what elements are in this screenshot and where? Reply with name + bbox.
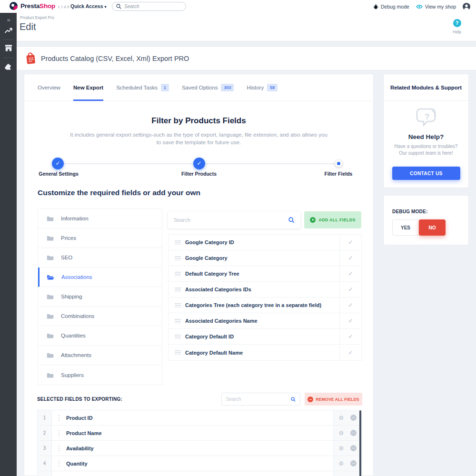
drag-handle-icon[interactable] [175, 303, 181, 307]
sidebar-item-modules[interactable] [0, 63, 17, 73]
table-row[interactable]: 3 Availability ⚙ − [38, 441, 362, 456]
category-shipping[interactable]: Shipping [38, 287, 162, 307]
field-row[interactable]: Category Default Name ✓ [169, 345, 361, 360]
tab-history[interactable]: History58 [247, 74, 278, 101]
table-row[interactable]: 2 Product Name ⚙ − [38, 426, 362, 441]
settings-cogs-icon[interactable]: ⚙ [339, 445, 344, 452]
global-search-input[interactable] [124, 4, 177, 9]
field-row[interactable]: Associated Categories Name ✓ [169, 313, 361, 329]
field-check-icon[interactable]: ✓ [339, 345, 361, 360]
drag-handle-icon[interactable] [175, 240, 181, 245]
drag-handle-icon[interactable] [52, 426, 66, 440]
settings-cogs-icon[interactable]: ⚙ [339, 415, 344, 421]
category-attachments[interactable]: Attachments [38, 346, 162, 365]
wizard-subtitle-line2: to save the template for future use. [24, 139, 373, 145]
drag-handle-icon[interactable] [175, 272, 181, 276]
field-check-icon[interactable]: ✓ [339, 329, 361, 344]
sidebar-divider [3, 40, 14, 40]
field-row[interactable]: Google Category ID ✓ [169, 235, 361, 250]
fields-search[interactable] [168, 211, 300, 228]
debug-yes-button[interactable]: YES [392, 219, 419, 236]
field-check-icon[interactable]: ✓ [339, 235, 361, 250]
brand-presta: Presta [20, 2, 40, 10]
row-field-name: Quantity [66, 456, 333, 471]
field-row[interactable]: Google Category ✓ [169, 250, 361, 266]
drag-handle-icon[interactable] [52, 410, 66, 425]
folder-icon [47, 235, 54, 241]
drag-handle-icon[interactable] [175, 256, 181, 260]
settings-cogs-icon[interactable]: ⚙ [339, 430, 344, 436]
global-search[interactable] [112, 2, 186, 11]
bug-icon [373, 4, 378, 10]
settings-cogs-icon[interactable]: ⚙ [339, 460, 344, 467]
profile-avatar[interactable] [463, 3, 470, 10]
quick-access-menu[interactable]: Quick Access ▾ [70, 3, 106, 9]
category-seo[interactable]: SEO [38, 248, 162, 268]
sidebar-item-shop[interactable] [0, 44, 17, 53]
category-suppliers[interactable]: Suppliers [38, 365, 162, 385]
step-label-filter-fields: Filter Fields [325, 171, 353, 177]
field-row[interactable]: Category Default ID ✓ [169, 329, 361, 345]
tab-scheduled-tasks[interactable]: Scheduled Tasks1 [116, 74, 169, 101]
selected-search-input[interactable] [226, 397, 291, 402]
category-label: SEO [61, 255, 72, 260]
tab-label: History [247, 85, 264, 90]
field-check-icon[interactable]: ✓ [339, 282, 361, 297]
debug-no-button[interactable]: NO [419, 219, 446, 236]
add-all-fields-button[interactable]: + ADD ALL FIELDS [304, 211, 361, 228]
selected-search[interactable] [221, 393, 300, 406]
minus-circle-icon: − [307, 397, 313, 402]
category-label: Shipping [61, 294, 82, 299]
field-check-icon[interactable]: ✓ [339, 298, 361, 313]
search-icon[interactable] [291, 397, 296, 402]
field-row[interactable]: Associated Categories IDs ✓ [169, 282, 361, 298]
field-row[interactable]: Categories Tree (each category tree in a… [169, 298, 361, 313]
debug-mode-toggle[interactable]: Debug mode [373, 4, 409, 10]
module-bag-icon [25, 52, 36, 65]
remove-row-icon[interactable]: − [350, 460, 357, 466]
field-check-icon[interactable]: ✓ [339, 313, 361, 328]
category-information[interactable]: Information [38, 209, 162, 228]
tab-overview[interactable]: Overview [38, 74, 60, 101]
category-combinations[interactable]: Combinations [38, 307, 162, 326]
drag-handle-icon[interactable] [52, 456, 66, 471]
selected-fields-heading: SELECTED FIELDS TO EXPORTING: [37, 397, 122, 402]
table-scrollbar[interactable] [359, 410, 361, 476]
category-quantities[interactable]: Quantities [38, 326, 162, 346]
page-title: Edit [20, 21, 36, 32]
drag-handle-icon[interactable] [175, 319, 181, 323]
field-check-icon[interactable]: ✓ [339, 250, 361, 266]
category-associations[interactable]: Associations [38, 268, 162, 287]
remove-all-fields-button[interactable]: − REMOVE ALL FIELDS [305, 393, 362, 406]
sidebar-expand-icon[interactable]: » [0, 16, 17, 23]
search-icon[interactable] [288, 217, 295, 223]
remove-row-icon[interactable]: − [350, 445, 357, 451]
field-check-icon[interactable]: ✓ [339, 266, 361, 281]
view-my-shop-link[interactable]: View my shop [416, 4, 456, 10]
chevron-down-icon: ▾ [104, 5, 106, 9]
step-general-settings[interactable]: ✓ [52, 158, 64, 169]
drag-handle-icon[interactable] [175, 335, 181, 339]
step-filter-fields[interactable] [335, 160, 342, 167]
contact-us-button[interactable]: CONTACT US [392, 167, 460, 180]
table-row[interactable]: 4 Quantity ⚙ − [38, 456, 362, 471]
row-number: 3 [38, 441, 52, 456]
folder-icon [47, 352, 54, 358]
tab-bar: Overview New Export Scheduled Tasks1 Sav… [24, 74, 373, 101]
drag-handle-icon[interactable] [175, 288, 181, 292]
drag-handle-icon[interactable] [175, 350, 181, 355]
remove-row-icon[interactable]: − [350, 415, 357, 421]
field-row[interactable]: Default Category Tree ✓ [169, 266, 361, 282]
tab-new-export[interactable]: New Export [73, 74, 103, 101]
prestashop-logo[interactable]: PrestaShop 1.7.6.5 [10, 2, 69, 10]
drag-handle-icon[interactable] [52, 441, 66, 456]
table-row[interactable]: 1 Product ID ⚙ − [38, 410, 362, 426]
remove-row-icon[interactable]: − [350, 430, 357, 436]
folder-icon [47, 313, 54, 319]
sidebar-item-dashboard[interactable] [0, 27, 17, 36]
fields-search-input[interactable] [174, 217, 288, 223]
step-filter-products[interactable]: ✓ [193, 158, 205, 169]
help-button[interactable]: ? Help [444, 19, 470, 34]
category-prices[interactable]: Prices [38, 228, 162, 248]
tab-saved-options[interactable]: Saved Options303 [182, 74, 234, 101]
